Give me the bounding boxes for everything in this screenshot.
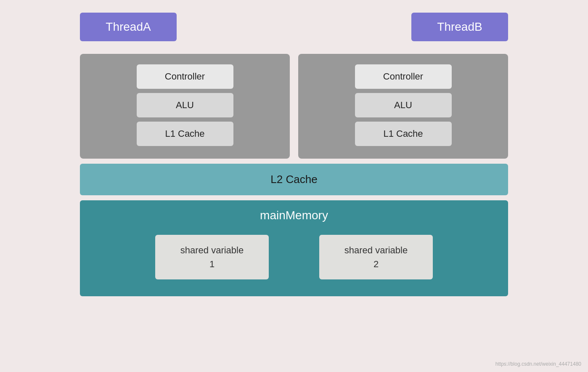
cpu-b-controller: Controller — [355, 64, 452, 89]
thread-a-label: ThreadA — [106, 20, 151, 34]
thread-b-box: ThreadB — [411, 13, 508, 41]
cpus-row: Controller ALU L1 Cache Controller ALU L… — [80, 54, 508, 159]
cpu-a-controller: Controller — [137, 64, 233, 89]
main-memory-label: mainMemory — [260, 209, 328, 222]
l2-cache-label: L2 Cache — [270, 173, 317, 186]
shared-var-2-line2: 2 — [373, 259, 379, 269]
cpu-a-l1cache: L1 Cache — [137, 122, 233, 146]
shared-var-2-line1: shared variable — [344, 245, 408, 255]
thread-b-label: ThreadB — [437, 20, 482, 34]
main-memory-box: mainMemory shared variable 1 shared vari… — [80, 200, 508, 296]
shared-var-1-line2: 1 — [209, 259, 215, 269]
threads-row: ThreadA ThreadB — [80, 13, 508, 41]
diagram-container: ThreadA ThreadB Controller ALU L1 Cache … — [0, 0, 588, 372]
shared-var-2-box: shared variable 2 — [319, 235, 433, 279]
cpu-a-box: Controller ALU L1 Cache — [80, 54, 290, 159]
shared-var-1-box: shared variable 1 — [155, 235, 269, 279]
cpu-b-alu: ALU — [355, 93, 452, 117]
cpu-b-l1cache: L1 Cache — [355, 122, 452, 146]
cpu-a-alu: ALU — [137, 93, 233, 117]
shared-var-1-line1: shared variable — [180, 245, 244, 255]
l2-cache-box: L2 Cache — [80, 164, 508, 195]
thread-a-box: ThreadA — [80, 13, 177, 41]
shared-vars-row: shared variable 1 shared variable 2 — [93, 235, 495, 279]
cpu-b-box: Controller ALU L1 Cache — [298, 54, 508, 159]
watermark: https://blog.csdn.net/weixin_44471480 — [495, 361, 581, 367]
